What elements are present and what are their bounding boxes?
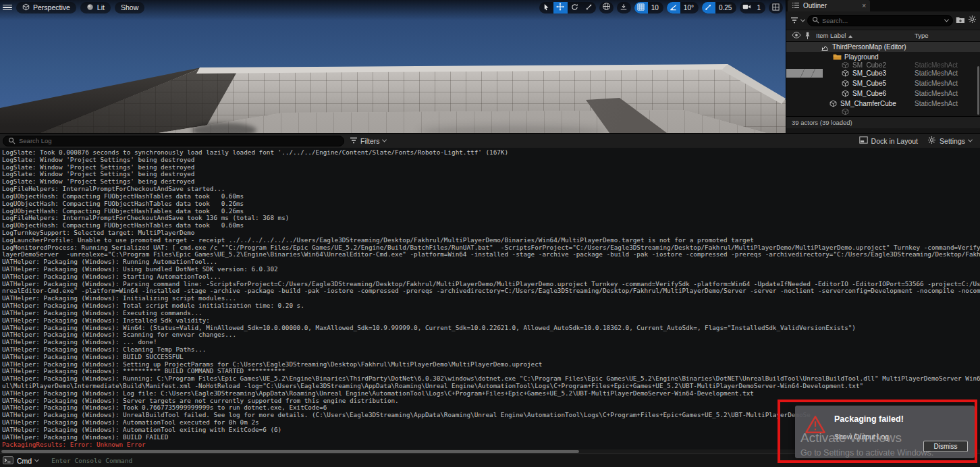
log-settings-dropdown[interactable]: Settings: [927, 136, 972, 146]
outliner-scrollbar[interactable]: [977, 66, 979, 115]
mesh-icon: [840, 109, 850, 115]
outliner-row[interactable]: [786, 109, 980, 115]
outliner-row[interactable]: SM_ChamferCubeStaticMeshAct: [786, 99, 980, 109]
move-icon: [556, 2, 564, 13]
scene-shadow-blob: [192, 123, 256, 133]
viewport-menu-icon[interactable]: [3, 3, 12, 11]
filters-dropdown[interactable]: Filters: [350, 137, 386, 145]
log-line: LogMonitoredProcess: Running Serialized …: [2, 244, 980, 252]
scale-snap-icon: [702, 2, 715, 13]
outliner-item-label: SM_Cube6: [852, 90, 886, 97]
chevron-down-icon[interactable]: [800, 17, 805, 22]
log-line: LogLauncherProfile: Unable to use promot…: [2, 237, 980, 244]
tab-outliner[interactable]: Outliner ×: [788, 0, 870, 11]
log-line: layerDemoServer -unrealexe="C:\Program F…: [2, 251, 980, 258]
log-line: UATHelper: Packaging (Windows): Parsing …: [2, 281, 980, 288]
outliner-item-label: SM_Cube5: [852, 80, 886, 87]
level-icon: [820, 43, 829, 51]
log-line: UATHelper: Packaging (Windows): Server t…: [2, 397, 980, 405]
sort-ascending-icon: [848, 35, 852, 38]
log-line: nrealEditor-Cmd.exe" -platform=Win64 -in…: [2, 287, 980, 295]
outliner-item-type: StaticMeshAct: [915, 90, 977, 97]
outliner-tabbar: Outliner ×: [786, 0, 980, 11]
visibility-column-icon[interactable]: [792, 32, 801, 40]
log-line: UATHelper: Packaging (Windows): Running:…: [2, 375, 980, 383]
log-line: UATHelper: Packaging (Windows): Win64: (…: [2, 325, 980, 332]
outliner-item-label: Playground: [844, 53, 879, 61]
log-line: UATHelper: Packaging (Windows): Executin…: [2, 310, 980, 317]
close-tab-icon[interactable]: ×: [862, 2, 866, 9]
console-mode-dropdown[interactable]: Cmd: [17, 457, 32, 465]
perspective-button[interactable]: Perspective: [16, 2, 76, 13]
log-text-area[interactable]: LogSlate: Took 0.000876 seconds to synch…: [2, 149, 980, 449]
cursor-icon: [543, 2, 550, 13]
mesh-icon: [840, 62, 850, 68]
camera-speed-value: 1: [753, 4, 765, 11]
scrollbar-thumb[interactable]: [1, 450, 579, 453]
settings-label: Settings: [940, 137, 965, 145]
outliner-rows: ThirdPersonMap (Editor)PlaygroundSM_Cube…: [786, 42, 980, 116]
scale-snap-control[interactable]: 0.25: [702, 2, 736, 13]
rotation-snap-icon: [667, 2, 680, 13]
dock-in-layout-button[interactable]: Dock in Layout: [859, 136, 918, 145]
log-line: LogUObjectHash: Compacting FUObjectHashT…: [2, 222, 980, 229]
grid-snap-value: 10: [648, 4, 663, 11]
outliner-search-input[interactable]: [822, 17, 942, 24]
viewport-layout-button[interactable]: [769, 2, 783, 13]
log-line: UATHelper: Packaging (Windows): Starting…: [2, 273, 980, 281]
outliner-row[interactable]: SM_Cube6StaticMeshAct: [786, 88, 980, 99]
search-icon: [8, 135, 16, 147]
move-tool-button[interactable]: [553, 2, 568, 13]
world-local-toggle[interactable]: [599, 2, 614, 13]
log-line: LogUObjectHash: Compacting FUObjectHashT…: [2, 208, 980, 215]
actor-count-label: 39 actors (39 loaded): [792, 119, 852, 126]
output-log-header: Filters Dock in Layout Settings: [0, 133, 980, 148]
camera-speed-control[interactable]: 1: [740, 2, 765, 13]
outliner-row[interactable]: SM_Cube2StaticMeshAct: [786, 62, 980, 68]
outliner-item-label: SM_Cube2: [852, 62, 886, 68]
terminal-icon: [3, 455, 13, 467]
log-line: LogSlate: Took 0.000876 seconds to synch…: [2, 149, 980, 157]
camera-icon: [740, 2, 753, 13]
lit-label: Lit: [97, 3, 105, 11]
grid-snap-control[interactable]: 10: [634, 2, 663, 13]
filter-icon: [350, 137, 358, 145]
grid-snap-icon: [634, 2, 648, 13]
rotate-tool-button[interactable]: [568, 2, 582, 13]
surface-snapping-button[interactable]: [617, 2, 631, 13]
outliner-search-box[interactable]: [807, 15, 953, 26]
perspective-icon: [22, 3, 30, 12]
log-line: UATHelper: Packaging (Windows): Total sc…: [2, 302, 980, 310]
log-line: UATHelper: Packaging (Windows): Cleaning…: [2, 346, 980, 354]
new-folder-icon[interactable]: [956, 14, 965, 26]
outliner-row[interactable]: SM_Cube5StaticMeshAct: [786, 78, 980, 88]
outliner-row[interactable]: Playground: [786, 52, 980, 62]
log-search-input[interactable]: [19, 137, 339, 144]
item-label-column-header[interactable]: Item Label: [816, 32, 852, 39]
log-line: UATHelper: Packaging (Windows): Installe…: [2, 317, 980, 325]
chevron-down-icon: [382, 138, 387, 142]
outliner-row[interactable]: ThirdPersonMap (Editor): [786, 42, 980, 52]
outliner-settings-icon[interactable]: [968, 14, 977, 26]
rotation-snap-control[interactable]: 10°: [667, 2, 699, 13]
viewport-3d[interactable]: Perspective Lit Show 10 10°: [0, 0, 786, 133]
outliner-item-type: StaticMeshAct: [915, 62, 977, 68]
row-swatch: [786, 69, 823, 78]
mesh-icon: [840, 70, 850, 77]
select-tool-button[interactable]: [539, 2, 553, 13]
outliner-row[interactable]: SM_Cube3StaticMeshAct: [786, 68, 980, 78]
lit-button[interactable]: Lit: [80, 2, 111, 13]
chevron-down-icon[interactable]: [34, 458, 39, 462]
pin-column-icon[interactable]: [805, 32, 811, 41]
perspective-label: Perspective: [33, 3, 70, 11]
outliner-panel: Outliner × Item Label Type ThirdPersonMa…: [786, 0, 980, 133]
log-line: UATHelper: Packaging (Windows): Running …: [2, 258, 980, 266]
chevron-down-icon: [968, 138, 973, 142]
log-search-box[interactable]: [3, 136, 344, 146]
filter-icon[interactable]: [790, 14, 798, 26]
chevron-down-icon[interactable]: [944, 17, 949, 22]
log-line: LogSlate: Window 'Project Settings' bein…: [2, 171, 980, 178]
scale-tool-button[interactable]: [582, 2, 596, 13]
type-column-header[interactable]: Type: [915, 32, 929, 39]
show-button[interactable]: Show: [115, 2, 144, 13]
